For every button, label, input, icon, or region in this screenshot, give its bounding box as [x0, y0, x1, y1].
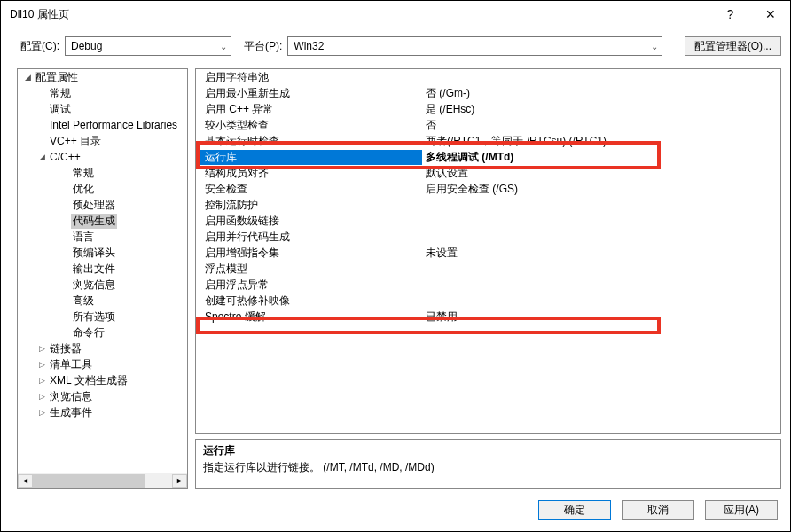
- tree-item[interactable]: ▷XML 文档生成器: [18, 372, 187, 388]
- scroll-thumb[interactable]: [33, 474, 145, 488]
- property-value[interactable]: 多线程调试 (/MTd): [422, 150, 780, 165]
- tree-item[interactable]: 语言: [18, 229, 187, 245]
- tree-item[interactable]: ◢C/C++: [18, 149, 187, 165]
- scroll-left-arrow-icon[interactable]: ◄: [18, 474, 33, 488]
- property-label: 结构成员对齐: [196, 166, 422, 181]
- property-label: 启用函数级链接: [196, 214, 422, 229]
- tree-expanded-icon[interactable]: ◢: [23, 73, 32, 82]
- tree-item-label: 代码生成: [71, 214, 117, 229]
- tree-pane: ◢配置属性常规调试Intel Performance LibrariesVC++…: [17, 68, 188, 489]
- help-button[interactable]: ?: [710, 1, 750, 27]
- tree-item[interactable]: 预编译头: [18, 245, 187, 261]
- chevron-down-icon: ⌄: [647, 42, 658, 51]
- tree-expanded-icon[interactable]: ◢: [37, 153, 46, 161]
- property-row[interactable]: 控制流防护: [196, 197, 780, 213]
- tree-item-label: 生成事件: [48, 405, 94, 420]
- property-row[interactable]: 创建可热修补映像: [196, 293, 780, 309]
- property-grid[interactable]: 启用字符串池启用最小重新生成否 (/Gm-)启用 C++ 异常是 (/EHsc)…: [195, 68, 781, 434]
- window-title: Dll10 属性页: [10, 7, 710, 22]
- property-row[interactable]: 运行库多线程调试 (/MTd): [196, 149, 780, 165]
- property-label: 较小类型检查: [196, 118, 422, 133]
- property-row[interactable]: 启用增强指令集未设置: [196, 245, 780, 261]
- tree-item[interactable]: 优化: [18, 181, 187, 197]
- tree-item[interactable]: ◢配置属性: [18, 69, 187, 85]
- tree-item-label: 调试: [48, 102, 73, 117]
- tree-item[interactable]: 所有选项: [18, 309, 187, 325]
- scroll-track[interactable]: [33, 474, 172, 488]
- tree-item-label: XML 文档生成器: [48, 373, 129, 388]
- tree-item[interactable]: 代码生成: [18, 213, 187, 229]
- tree-item[interactable]: 浏览信息: [18, 277, 187, 293]
- tree-item-label: 常规: [48, 86, 73, 101]
- tree-item-label: 高级: [71, 293, 96, 309]
- property-value[interactable]: 否 (/Gm-): [422, 86, 780, 101]
- property-value[interactable]: 是 (/EHsc): [422, 102, 780, 117]
- tree-item[interactable]: ▷浏览信息: [18, 388, 187, 404]
- tree-item[interactable]: ▷生成事件: [18, 404, 187, 420]
- description-body: 指定运行库以进行链接。 (/MT, /MTd, /MD, /MDd): [203, 460, 773, 475]
- tree-horizontal-scrollbar[interactable]: ◄ ►: [18, 473, 187, 488]
- property-row[interactable]: 结构成员对齐默认设置: [196, 165, 780, 181]
- property-value[interactable]: 启用安全检查 (/GS): [422, 182, 780, 197]
- property-value[interactable]: 否: [422, 118, 780, 133]
- tree-collapsed-icon[interactable]: ▷: [37, 392, 46, 401]
- tree-item[interactable]: 高级: [18, 293, 187, 309]
- property-row[interactable]: 启用最小重新生成否 (/Gm-): [196, 85, 780, 101]
- property-label: 启用最小重新生成: [196, 86, 422, 101]
- tree-item-label: 浏览信息: [71, 278, 117, 293]
- tree-item[interactable]: 输出文件: [18, 261, 187, 277]
- tree-collapsed-icon[interactable]: ▷: [37, 408, 46, 417]
- tree-scroll[interactable]: ◢配置属性常规调试Intel Performance LibrariesVC++…: [18, 69, 187, 473]
- property-label: 启用 C++ 异常: [196, 102, 422, 117]
- property-label: 启用增强指令集: [196, 246, 422, 261]
- close-button[interactable]: ✕: [750, 1, 790, 27]
- apply-button[interactable]: 应用(A): [705, 500, 778, 520]
- config-combo[interactable]: Debug ⌄: [65, 36, 231, 56]
- config-manager-button[interactable]: 配置管理器(O)...: [685, 36, 781, 56]
- tree-item-label: 清单工具: [48, 357, 94, 372]
- tree-item-label: VC++ 目录: [48, 134, 103, 149]
- property-label: 启用浮点异常: [196, 278, 422, 293]
- tree-item[interactable]: ▷清单工具: [18, 356, 187, 372]
- property-row[interactable]: 安全检查启用安全检查 (/GS): [196, 181, 780, 197]
- property-row[interactable]: 较小类型检查否: [196, 117, 780, 133]
- property-row[interactable]: 浮点模型: [196, 261, 780, 277]
- property-value[interactable]: 未设置: [422, 246, 780, 261]
- platform-combo[interactable]: Win32 ⌄: [287, 36, 662, 56]
- config-value: Debug: [71, 40, 216, 52]
- property-row[interactable]: 基本运行时检查两者(/RTC1，等同于 /RTCsu) (/RTC1): [196, 133, 780, 149]
- platform-value: Win32: [294, 40, 647, 52]
- tree-item-label: Intel Performance Libraries: [48, 119, 179, 131]
- property-page-window: Dll10 属性页 ? ✕ 配置(C): Debug ⌄ 平台(P): Win3…: [0, 0, 791, 532]
- tree-item[interactable]: 常规: [18, 85, 187, 101]
- tree-collapsed-icon[interactable]: ▷: [37, 360, 46, 369]
- tree-item[interactable]: 调试: [18, 101, 187, 117]
- property-row[interactable]: 启用浮点异常: [196, 277, 780, 293]
- tree-item[interactable]: 预处理器: [18, 197, 187, 213]
- property-value[interactable]: 默认设置: [422, 166, 780, 181]
- tree-item-label: 配置属性: [34, 70, 80, 85]
- tree-item-label: 命令行: [71, 325, 106, 340]
- scroll-right-arrow-icon[interactable]: ►: [172, 474, 187, 488]
- tree-item[interactable]: 命令行: [18, 325, 187, 340]
- tree-collapsed-icon[interactable]: ▷: [37, 376, 46, 385]
- cancel-button[interactable]: 取消: [622, 500, 694, 520]
- property-row[interactable]: 启用字符串池: [196, 69, 780, 85]
- tree-item[interactable]: 常规: [18, 165, 187, 181]
- property-row[interactable]: 启用并行代码生成: [196, 229, 780, 245]
- property-row[interactable]: Spectre 缓解已禁用: [196, 309, 780, 325]
- tree-collapsed-icon[interactable]: ▷: [37, 344, 46, 353]
- tree-item[interactable]: Intel Performance Libraries: [18, 117, 187, 133]
- footer: 确定 取消 应用(A): [1, 489, 790, 531]
- property-row[interactable]: 启用函数级链接: [196, 213, 780, 229]
- ok-button[interactable]: 确定: [538, 500, 611, 520]
- property-label: 启用字符串池: [196, 70, 422, 85]
- property-row[interactable]: 启用 C++ 异常是 (/EHsc): [196, 101, 780, 117]
- property-label: 创建可热修补映像: [196, 293, 422, 309]
- tree-item-label: 预编译头: [71, 246, 117, 261]
- tree-item[interactable]: ▷链接器: [18, 340, 187, 356]
- tree-item[interactable]: VC++ 目录: [18, 133, 187, 149]
- property-value[interactable]: 两者(/RTC1，等同于 /RTCsu) (/RTC1): [422, 134, 780, 149]
- description-panel: 运行库 指定运行库以进行链接。 (/MT, /MTd, /MD, /MDd): [195, 439, 781, 489]
- property-value[interactable]: 已禁用: [422, 309, 780, 325]
